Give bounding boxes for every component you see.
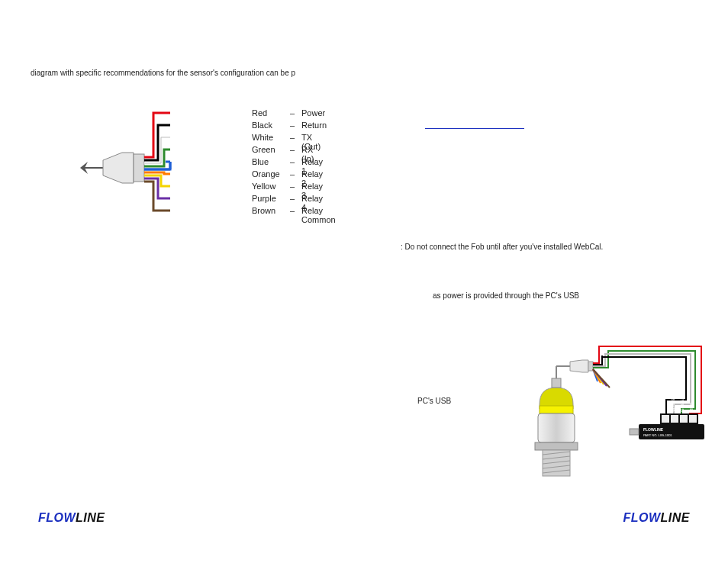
term-label-1: WHITE — [671, 397, 675, 412]
note-fob-install: : Do not connect the Fob until after you… — [401, 243, 603, 251]
legend-name-1: Black — [252, 121, 272, 130]
pigtail-plug-icon — [556, 360, 593, 378]
legend-name-4: Blue — [252, 157, 269, 166]
link-stub[interactable] — [425, 128, 524, 129]
brand-logo-left: FLOWLINE — [38, 511, 105, 525]
term-label-2: GREEN — [680, 396, 685, 412]
term-label-3: RED — [689, 402, 694, 412]
legend-name-5: Orange — [252, 169, 280, 179]
note-usb-power: as power is provided through the PC's US… — [433, 291, 579, 300]
svg-rect-7 — [535, 442, 578, 450]
logo-word-line: LINE — [76, 511, 105, 524]
svg-rect-1 — [134, 154, 144, 182]
svg-rect-23 — [662, 415, 669, 423]
legend-func-8: Relay Common — [301, 206, 336, 224]
svg-rect-6 — [538, 413, 575, 442]
legend-func-1: Return — [301, 121, 327, 130]
legend-dash-8: – — [290, 206, 295, 215]
svg-rect-16 — [588, 362, 593, 371]
legend-name-3: Green — [252, 145, 275, 154]
connection-diagram: BLACK WHITE GREEN RED FLOWLINE PART NO. … — [532, 343, 707, 488]
legend-dash-1: – — [290, 121, 295, 130]
wiring-diagram: Red – Power Black – Return White – TX (O… — [80, 107, 309, 236]
legend-name-2: White — [252, 133, 273, 142]
run-wires — [599, 346, 701, 413]
text-fragment-config-diagram: diagram with specific recommendations fo… — [31, 69, 295, 77]
page-left: diagram with specific recommendations fo… — [0, 0, 364, 563]
svg-rect-5 — [540, 406, 573, 413]
svg-rect-24 — [671, 415, 678, 423]
svg-rect-25 — [680, 415, 688, 423]
legend-dash-7: – — [290, 194, 295, 203]
svg-rect-26 — [689, 415, 697, 423]
legend-func-0: Power — [301, 108, 325, 117]
logo-word-line-r: LINE — [661, 511, 690, 524]
legend-dash-4: – — [290, 157, 295, 166]
fob-partno: PART NO. LI99-1001 — [643, 433, 672, 437]
term-label-0: BLACK — [662, 397, 666, 412]
svg-line-21 — [593, 369, 610, 388]
wire-lines — [144, 113, 170, 211]
fob-brand: FLOWLINE — [643, 427, 664, 432]
logo-word-flow: FLOW — [38, 511, 76, 524]
svg-rect-28 — [630, 429, 639, 435]
sensor-icon — [535, 378, 578, 476]
connection-svg: BLACK WHITE GREEN RED FLOWLINE PART NO. … — [532, 343, 707, 488]
label-pc-usb: PC's USB — [417, 397, 451, 405]
legend-dash-6: – — [290, 182, 295, 191]
legend-name-8: Brown — [252, 206, 275, 215]
legend-name-6: Yellow — [252, 182, 275, 191]
logo-word-flow-r: FLOW — [623, 511, 660, 524]
legend-name-0: Red — [252, 108, 267, 117]
cable-plug-icon — [80, 153, 144, 183]
legend-dash-2: – — [290, 133, 295, 142]
page-right: : Do not connect the Fob until after you… — [364, 0, 728, 563]
legend-dash-3: – — [290, 145, 295, 154]
legend-name-7: Purple — [252, 194, 276, 203]
brand-logo-right: FLOWLINE — [623, 511, 690, 525]
legend-dash-0: – — [290, 108, 295, 117]
legend-dash-5: – — [290, 169, 295, 179]
svg-rect-27 — [639, 424, 704, 439]
svg-rect-14 — [552, 378, 561, 388]
